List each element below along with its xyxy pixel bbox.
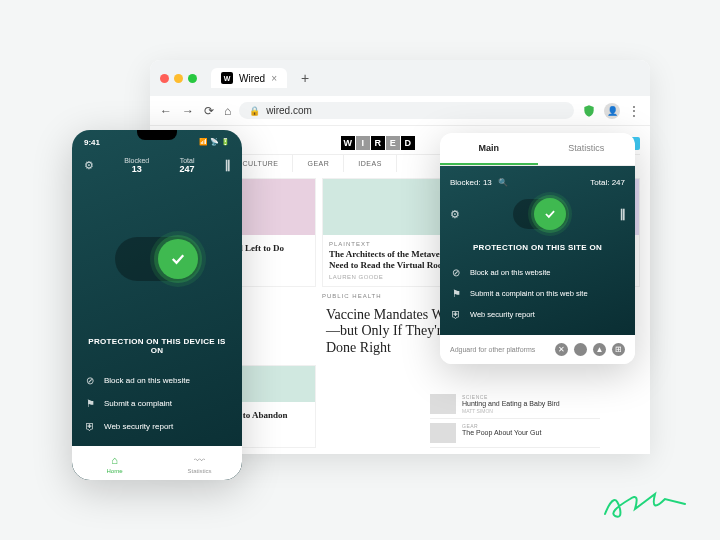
tab-home[interactable]: ⌂Home	[72, 454, 157, 474]
shield-icon: ⛨	[450, 309, 462, 320]
toggle-knob	[158, 239, 198, 279]
shield-icon: ⛨	[84, 421, 96, 432]
article-thumb	[430, 423, 456, 443]
protection-toggle[interactable]	[115, 237, 200, 281]
platform-windows-icon[interactable]: ⊞	[612, 343, 625, 356]
pause-icon[interactable]: ǁ	[225, 159, 230, 172]
tab-title: Wired	[239, 73, 265, 84]
nav-item[interactable]: GEAR	[293, 155, 344, 172]
url-text: wired.com	[266, 105, 312, 116]
security-report-action[interactable]: ⛨Web security report	[450, 304, 625, 325]
blocked-counter: Blocked: 13 🔍	[450, 178, 508, 187]
flag-icon: ⚑	[84, 398, 96, 409]
submit-complaint-action[interactable]: ⚑Submit a complaint on this web site	[450, 283, 625, 304]
adguard-extension-icon[interactable]	[582, 104, 596, 118]
back-button[interactable]: ←	[160, 104, 172, 118]
browser-menu-icon[interactable]: ⋮	[628, 104, 640, 118]
pause-icon[interactable]: ǁ	[620, 208, 625, 221]
flag-icon: ⚑	[450, 288, 462, 299]
toggle-knob	[534, 198, 566, 230]
mobile-app: 9:41 📶 📡 🔋 ⚙ Blocked 13 Total 247 ǁ PROT…	[72, 130, 242, 480]
traffic-lights[interactable]	[160, 74, 197, 83]
browser-tabbar: W Wired × +	[150, 60, 650, 96]
protection-status-text: PROTECTION ON THIS SITE ON	[450, 239, 625, 262]
reload-button[interactable]: ⟳	[204, 104, 214, 118]
lock-icon: 🔒	[249, 106, 260, 116]
settings-icon[interactable]: ⚙	[450, 208, 460, 221]
tab-statistics[interactable]: 〰Statistics	[157, 454, 242, 474]
list-item[interactable]: GEAR The Poop About Your Gut	[430, 419, 600, 448]
browser-toolbar: ← → ⟳ ⌂ 🔒 wired.com 👤 ⋮	[150, 96, 650, 126]
magnify-icon[interactable]: 🔍	[498, 178, 508, 187]
clock: 9:41	[84, 138, 100, 147]
notch	[137, 130, 177, 140]
popup-tab-main[interactable]: Main	[440, 133, 538, 165]
home-icon: ⌂	[111, 454, 118, 466]
total-counter: Total: 247	[590, 178, 625, 187]
browser-tab[interactable]: W Wired ×	[211, 68, 287, 88]
status-icons: 📶 📡 🔋	[199, 138, 230, 147]
signature	[600, 484, 690, 528]
popup-tab-statistics[interactable]: Statistics	[538, 133, 636, 165]
blocked-counter: Blocked 13	[124, 157, 149, 174]
list-item[interactable]: SCIENCE Hunting and Eating a Baby Bird M…	[430, 390, 600, 419]
block-ad-action[interactable]: ⊘Block ad on this website	[84, 369, 230, 392]
tab-close-icon[interactable]: ×	[271, 73, 277, 84]
check-icon	[543, 207, 557, 221]
settings-icon[interactable]: ⚙	[84, 159, 94, 172]
address-bar[interactable]: 🔒 wired.com	[239, 102, 574, 119]
block-ad-action[interactable]: ⊘Block ad on this website	[450, 262, 625, 283]
platform-android-icon[interactable]: ▲	[593, 343, 606, 356]
platform-chrome-icon[interactable]: ✕	[555, 343, 568, 356]
mobile-statusbar: 9:41 📶 📡 🔋	[72, 130, 242, 151]
platform-apple-icon[interactable]	[574, 343, 587, 356]
protection-status-text: PROTECTION ON THIS DEVICE IS ON	[72, 337, 242, 369]
new-tab-button[interactable]: +	[301, 70, 309, 86]
check-icon	[169, 250, 187, 268]
submit-complaint-action[interactable]: ⚑Submit a complaint	[84, 392, 230, 415]
footer-text: Adguard for other platforms	[450, 346, 535, 353]
stats-icon: 〰	[194, 454, 205, 466]
sidebar-article-list: SCIENCE Hunting and Eating a Baby Bird M…	[430, 390, 600, 448]
article-thumb	[430, 394, 456, 414]
total-counter: Total 247	[180, 157, 195, 174]
profile-avatar[interactable]: 👤	[604, 103, 620, 119]
extension-popup: Main Statistics Blocked: 13 🔍 Total: 247…	[440, 133, 635, 364]
favicon-icon: W	[221, 72, 233, 84]
wired-logo[interactable]: WIRED	[341, 136, 415, 150]
mobile-tabbar: ⌂Home 〰Statistics	[72, 446, 242, 480]
block-icon: ⊘	[450, 267, 462, 278]
security-report-action[interactable]: ⛨Web security report	[84, 415, 230, 438]
forward-button[interactable]: →	[182, 104, 194, 118]
home-button[interactable]: ⌂	[224, 104, 231, 118]
protection-toggle[interactable]	[513, 199, 568, 229]
nav-item[interactable]: IDEAS	[344, 155, 397, 172]
block-icon: ⊘	[84, 375, 96, 386]
